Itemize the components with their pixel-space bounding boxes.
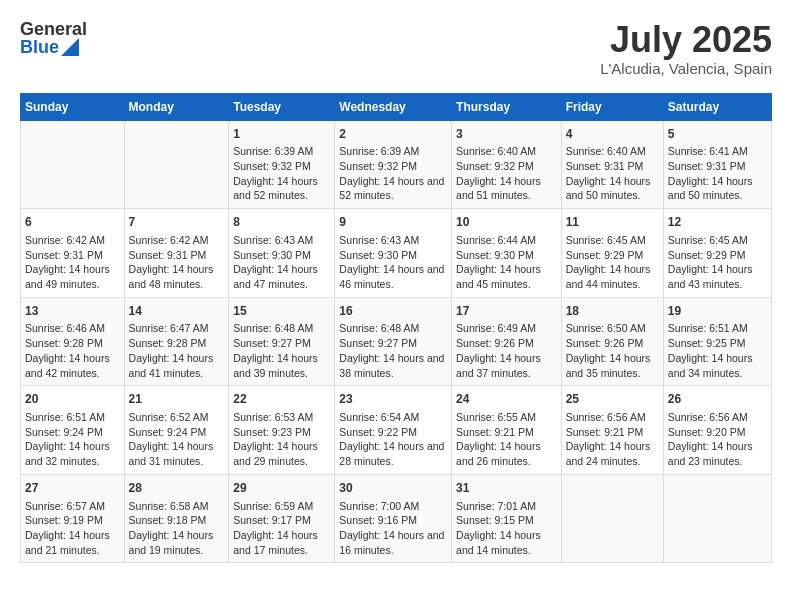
- day-info: Sunrise: 6:46 AM: [25, 321, 120, 336]
- day-info: Sunset: 9:32 PM: [456, 159, 557, 174]
- calendar-cell: [663, 474, 771, 563]
- calendar-cell: 11Sunrise: 6:45 AMSunset: 9:29 PMDayligh…: [561, 209, 663, 298]
- day-info: Sunrise: 6:56 AM: [566, 410, 659, 425]
- day-info: Daylight: 14 hours and 39 minutes.: [233, 351, 330, 380]
- calendar-cell: 23Sunrise: 6:54 AMSunset: 9:22 PMDayligh…: [335, 386, 452, 475]
- day-number: 6: [25, 214, 120, 231]
- day-number: 29: [233, 480, 330, 497]
- day-info: Sunset: 9:31 PM: [668, 159, 767, 174]
- day-info: Daylight: 14 hours and 49 minutes.: [25, 262, 120, 291]
- day-info: Sunrise: 6:49 AM: [456, 321, 557, 336]
- day-info: Sunrise: 6:47 AM: [129, 321, 225, 336]
- day-info: Sunset: 9:20 PM: [668, 425, 767, 440]
- day-number: 8: [233, 214, 330, 231]
- day-info: Daylight: 14 hours and 47 minutes.: [233, 262, 330, 291]
- day-number: 9: [339, 214, 447, 231]
- day-number: 21: [129, 391, 225, 408]
- day-info: Daylight: 14 hours and 29 minutes.: [233, 439, 330, 468]
- day-info: Sunset: 9:19 PM: [25, 513, 120, 528]
- day-info: Sunset: 9:32 PM: [339, 159, 447, 174]
- day-info: Daylight: 14 hours and 52 minutes.: [233, 174, 330, 203]
- calendar-cell: 9Sunrise: 6:43 AMSunset: 9:30 PMDaylight…: [335, 209, 452, 298]
- day-info: Daylight: 14 hours and 32 minutes.: [25, 439, 120, 468]
- calendar-cell: [124, 120, 229, 209]
- day-info: Sunset: 9:15 PM: [456, 513, 557, 528]
- calendar-header-saturday: Saturday: [663, 93, 771, 120]
- day-info: Sunrise: 6:58 AM: [129, 499, 225, 514]
- day-number: 23: [339, 391, 447, 408]
- day-number: 13: [25, 303, 120, 320]
- calendar-cell: 14Sunrise: 6:47 AMSunset: 9:28 PMDayligh…: [124, 297, 229, 386]
- day-info: Sunset: 9:30 PM: [339, 248, 447, 263]
- day-number: 15: [233, 303, 330, 320]
- day-info: Sunset: 9:29 PM: [566, 248, 659, 263]
- day-info: Sunset: 9:27 PM: [233, 336, 330, 351]
- calendar-week-row: 13Sunrise: 6:46 AMSunset: 9:28 PMDayligh…: [21, 297, 772, 386]
- day-number: 17: [456, 303, 557, 320]
- day-info: Sunrise: 6:50 AM: [566, 321, 659, 336]
- day-info: Sunrise: 6:57 AM: [25, 499, 120, 514]
- day-number: 19: [668, 303, 767, 320]
- day-info: Sunset: 9:16 PM: [339, 513, 447, 528]
- day-info: Daylight: 14 hours and 21 minutes.: [25, 528, 120, 557]
- calendar-cell: 4Sunrise: 6:40 AMSunset: 9:31 PMDaylight…: [561, 120, 663, 209]
- calendar-week-row: 1Sunrise: 6:39 AMSunset: 9:32 PMDaylight…: [21, 120, 772, 209]
- day-info: Sunrise: 6:40 AM: [566, 144, 659, 159]
- day-number: 3: [456, 126, 557, 143]
- calendar-cell: 7Sunrise: 6:42 AMSunset: 9:31 PMDaylight…: [124, 209, 229, 298]
- day-info: Sunset: 9:30 PM: [456, 248, 557, 263]
- calendar-table: SundayMondayTuesdayWednesdayThursdayFrid…: [20, 93, 772, 564]
- calendar-header-row: SundayMondayTuesdayWednesdayThursdayFrid…: [21, 93, 772, 120]
- calendar-header-tuesday: Tuesday: [229, 93, 335, 120]
- day-number: 5: [668, 126, 767, 143]
- day-info: Sunset: 9:31 PM: [129, 248, 225, 263]
- day-info: Sunset: 9:31 PM: [25, 248, 120, 263]
- day-info: Sunrise: 6:45 AM: [566, 233, 659, 248]
- day-info: Daylight: 14 hours and 34 minutes.: [668, 351, 767, 380]
- logo-blue-text: Blue: [20, 38, 59, 56]
- day-info: Sunrise: 6:51 AM: [668, 321, 767, 336]
- day-info: Sunset: 9:26 PM: [456, 336, 557, 351]
- day-number: 24: [456, 391, 557, 408]
- day-number: 14: [129, 303, 225, 320]
- day-info: Daylight: 14 hours and 48 minutes.: [129, 262, 225, 291]
- calendar-cell: 12Sunrise: 6:45 AMSunset: 9:29 PMDayligh…: [663, 209, 771, 298]
- day-info: Sunrise: 6:44 AM: [456, 233, 557, 248]
- day-info: Daylight: 14 hours and 26 minutes.: [456, 439, 557, 468]
- calendar-cell: 27Sunrise: 6:57 AMSunset: 9:19 PMDayligh…: [21, 474, 125, 563]
- day-info: Sunset: 9:28 PM: [25, 336, 120, 351]
- day-info: Sunset: 9:23 PM: [233, 425, 330, 440]
- day-info: Sunset: 9:30 PM: [233, 248, 330, 263]
- page-subtitle: L'Alcudia, Valencia, Spain: [600, 60, 772, 77]
- day-info: Daylight: 14 hours and 50 minutes.: [566, 174, 659, 203]
- day-info: Sunrise: 6:59 AM: [233, 499, 330, 514]
- day-number: 28: [129, 480, 225, 497]
- day-info: Sunrise: 6:48 AM: [339, 321, 447, 336]
- day-info: Daylight: 14 hours and 45 minutes.: [456, 262, 557, 291]
- day-number: 30: [339, 480, 447, 497]
- svg-marker-0: [61, 38, 79, 56]
- calendar-cell: 5Sunrise: 6:41 AMSunset: 9:31 PMDaylight…: [663, 120, 771, 209]
- day-number: 25: [566, 391, 659, 408]
- day-info: Sunset: 9:31 PM: [566, 159, 659, 174]
- day-info: Sunrise: 6:43 AM: [233, 233, 330, 248]
- calendar-cell: 10Sunrise: 6:44 AMSunset: 9:30 PMDayligh…: [452, 209, 562, 298]
- day-number: 26: [668, 391, 767, 408]
- day-info: Sunrise: 6:52 AM: [129, 410, 225, 425]
- day-info: Sunset: 9:24 PM: [25, 425, 120, 440]
- day-info: Sunrise: 7:01 AM: [456, 499, 557, 514]
- day-info: Daylight: 14 hours and 23 minutes.: [668, 439, 767, 468]
- day-number: 12: [668, 214, 767, 231]
- calendar-cell: 29Sunrise: 6:59 AMSunset: 9:17 PMDayligh…: [229, 474, 335, 563]
- day-info: Sunrise: 6:48 AM: [233, 321, 330, 336]
- calendar-cell: 24Sunrise: 6:55 AMSunset: 9:21 PMDayligh…: [452, 386, 562, 475]
- day-info: Sunrise: 6:55 AM: [456, 410, 557, 425]
- calendar-cell: 21Sunrise: 6:52 AMSunset: 9:24 PMDayligh…: [124, 386, 229, 475]
- calendar-cell: 1Sunrise: 6:39 AMSunset: 9:32 PMDaylight…: [229, 120, 335, 209]
- day-info: Daylight: 14 hours and 43 minutes.: [668, 262, 767, 291]
- day-info: Daylight: 14 hours and 41 minutes.: [129, 351, 225, 380]
- day-info: Daylight: 14 hours and 24 minutes.: [566, 439, 659, 468]
- calendar-header-sunday: Sunday: [21, 93, 125, 120]
- day-info: Sunset: 9:29 PM: [668, 248, 767, 263]
- title-block: July 2025 L'Alcudia, Valencia, Spain: [600, 20, 772, 77]
